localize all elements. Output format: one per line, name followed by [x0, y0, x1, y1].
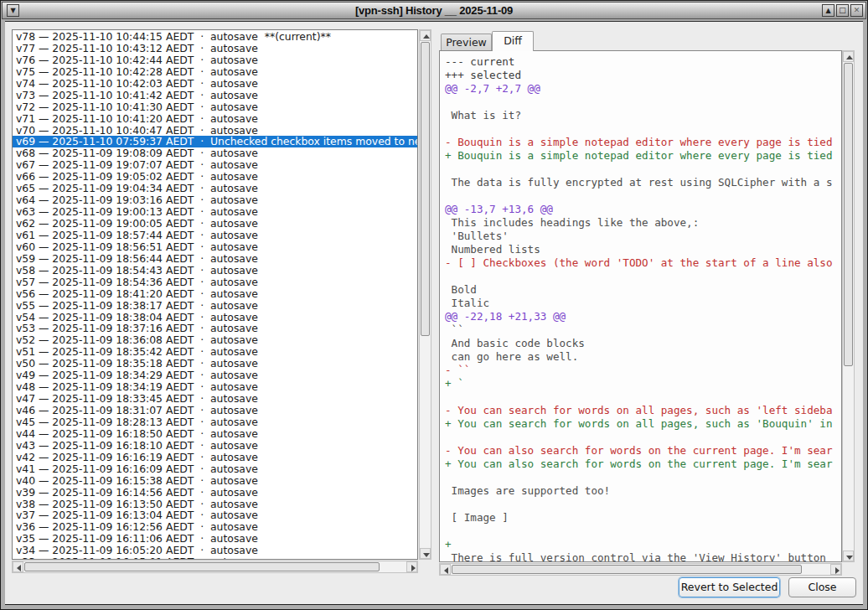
version-list-vertical-scrollbar[interactable]: [419, 29, 431, 560]
version-list[interactable]: v78 — 2025-11-10 10:44:15 AEDT · autosav…: [12, 29, 418, 560]
list-item[interactable]: v57 — 2025-11-09 18:54:36 AEDT · autosav…: [13, 277, 417, 288]
diff-line: And basic code blocks: [445, 337, 841, 350]
list-item[interactable]: v38 — 2025-11-09 16:13:50 AEDT · autosav…: [13, 499, 417, 510]
titlebar[interactable]: ▼ [vpn-ssh] History __ 2025-11-09 ▲ □ ✕: [2, 2, 866, 19]
arrow-right-icon: [835, 567, 840, 574]
shade-button[interactable]: ▲: [822, 4, 834, 17]
diff-vertical-scrollbar[interactable]: [842, 50, 855, 562]
list-item[interactable]: v72 — 2025-11-10 10:41:30 AEDT · autosav…: [13, 101, 417, 113]
list-item[interactable]: v47 — 2025-11-09 18:33:45 AEDT · autosav…: [13, 393, 417, 405]
scrollbar-thumb[interactable]: [844, 63, 853, 366]
diff-line: +: [445, 538, 841, 551]
list-item[interactable]: v45 — 2025-11-09 18:28:13 AEDT · autosav…: [13, 416, 417, 428]
diff-line: [445, 163, 841, 176]
diff-horizontal-scrollbar[interactable]: [439, 563, 842, 576]
diff-line: @@ -13,7 +13,6 @@: [445, 203, 841, 216]
version-list-horizontal-scrollbar[interactable]: [12, 561, 418, 573]
revert-to-selected-button[interactable]: Revert to Selected: [679, 577, 780, 597]
list-item[interactable]: v35 — 2025-11-09 16:11:06 AEDT · autosav…: [13, 533, 417, 545]
list-item[interactable]: v48 — 2025-11-09 18:34:19 AEDT · autosav…: [13, 381, 417, 393]
scroll-down-button[interactable]: [843, 551, 854, 561]
scrollbar-thumb[interactable]: [421, 42, 430, 336]
diff-line: + You can also search for words on the c…: [445, 458, 841, 471]
scrollbar-thumb[interactable]: [452, 565, 802, 574]
diff-line: [445, 270, 841, 283]
list-item[interactable]: v66 — 2025-11-09 19:05:02 AEDT · autosav…: [13, 171, 417, 183]
diff-line: [445, 498, 841, 511]
diff-line: ``: [445, 323, 841, 337]
window-menu-button[interactable]: ▼: [7, 4, 19, 17]
diff-line: @@ -22,18 +21,33 @@: [445, 310, 841, 323]
list-item[interactable]: v71 — 2025-11-10 10:41:20 AEDT · autosav…: [13, 113, 417, 125]
diff-line: There is full version control via the 'V…: [445, 551, 841, 562]
list-item[interactable]: v42 — 2025-11-09 16:16:19 AEDT · autosav…: [13, 452, 417, 463]
arrow-up-icon: [846, 55, 853, 59]
scroll-right-button[interactable]: [830, 564, 841, 575]
scroll-left-button[interactable]: [13, 561, 23, 572]
list-item[interactable]: v51 — 2025-11-09 18:35:42 AEDT · autosav…: [13, 346, 417, 358]
arrow-left-icon: [17, 565, 21, 571]
tab-preview[interactable]: Preview: [441, 34, 492, 51]
diff-line: Images are supported too!: [445, 484, 841, 498]
list-item[interactable]: v60 — 2025-11-09 18:56:51 AEDT · autosav…: [13, 241, 417, 253]
list-item[interactable]: v43 — 2025-11-09 16:18:10 AEDT · autosav…: [13, 440, 417, 452]
list-item[interactable]: v52 — 2025-11-09 18:36:08 AEDT · autosav…: [13, 334, 417, 346]
list-item[interactable]: v49 — 2025-11-09 18:34:29 AEDT · autosav…: [13, 370, 417, 381]
window-title: [vpn-ssh] History __ 2025-11-09: [3, 3, 865, 18]
list-item[interactable]: v39 — 2025-11-09 16:14:56 AEDT · autosav…: [13, 487, 417, 499]
list-item[interactable]: v54 — 2025-11-09 18:38:04 AEDT · autosav…: [13, 312, 417, 323]
diff-line: [445, 431, 841, 444]
list-item[interactable]: v74 — 2025-11-10 10:42:03 AEDT · autosav…: [13, 78, 417, 90]
maximize-button[interactable]: □: [836, 4, 849, 17]
arrow-down-icon: [846, 556, 853, 560]
list-item[interactable]: v63 — 2025-11-09 19:00:13 AEDT · autosav…: [13, 206, 417, 218]
diff-line: This includes headings like the above,:: [445, 216, 841, 230]
list-item[interactable]: v77 — 2025-11-10 10:43:12 AEDT · autosav…: [13, 43, 417, 54]
close-button[interactable]: Close: [788, 577, 856, 597]
list-item[interactable]: v67 — 2025-11-09 19:07:07 AEDT · autosav…: [13, 159, 417, 171]
diff-line: [445, 96, 841, 109]
list-item[interactable]: v70 — 2025-11-10 10:40:47 AEDT · autosav…: [13, 125, 417, 137]
list-item[interactable]: v58 — 2025-11-09 18:54:43 AEDT · autosav…: [13, 265, 417, 277]
diff-line: [445, 525, 841, 538]
scroll-up-button[interactable]: [843, 51, 854, 62]
list-item[interactable]: v33 — 2025-11-09 16:05:01 AEDT · autosav…: [13, 556, 417, 560]
diff-line: --- current: [445, 55, 841, 69]
diff-line: - Bouquin is a simple notepad editor whe…: [445, 136, 841, 149]
diff-line: Numbered lists: [445, 243, 841, 256]
diff-line: +++ selected: [445, 69, 841, 82]
list-item[interactable]: v59 — 2025-11-09 18:56:44 AEDT · autosav…: [13, 253, 417, 265]
list-item[interactable]: v34 — 2025-11-09 16:05:20 AEDT · autosav…: [13, 545, 417, 556]
diff-line: @@ -2,7 +2,7 @@: [445, 82, 841, 96]
list-item[interactable]: v75 — 2025-11-10 10:42:28 AEDT · autosav…: [13, 66, 417, 78]
list-item[interactable]: v78 — 2025-11-10 10:44:15 AEDT · autosav…: [13, 31, 417, 43]
scroll-right-button[interactable]: [406, 561, 417, 572]
list-item[interactable]: v41 — 2025-11-09 16:16:09 AEDT · autosav…: [13, 463, 417, 475]
list-item[interactable]: v61 — 2025-11-09 18:57:44 AEDT · autosav…: [13, 230, 417, 241]
list-item[interactable]: v37 — 2025-11-09 16:13:04 AEDT · autosav…: [13, 509, 417, 521]
list-item[interactable]: v73 — 2025-11-10 10:41:42 AEDT · autosav…: [13, 90, 417, 101]
list-item[interactable]: v65 — 2025-11-09 19:04:34 AEDT · autosav…: [13, 183, 417, 194]
list-item[interactable]: v56 — 2025-11-09 18:41:20 AEDT · autosav…: [13, 288, 417, 300]
scroll-up-button[interactable]: [420, 30, 431, 41]
list-item[interactable]: v76 — 2025-11-10 10:42:44 AEDT · autosav…: [13, 54, 417, 66]
list-item[interactable]: v53 — 2025-11-09 18:37:16 AEDT · autosav…: [13, 323, 417, 334]
diff-line: - [ ] Checkboxes (the word 'TODO' at the…: [445, 256, 841, 270]
list-item[interactable]: v40 — 2025-11-09 16:15:38 AEDT · autosav…: [13, 475, 417, 487]
list-item[interactable]: v50 — 2025-11-09 18:35:18 AEDT · autosav…: [13, 358, 417, 370]
list-item[interactable]: v62 — 2025-11-09 19:00:05 AEDT · autosav…: [13, 218, 417, 230]
list-item[interactable]: v44 — 2025-11-09 16:18:50 AEDT · autosav…: [13, 428, 417, 440]
list-item[interactable]: v55 — 2025-11-09 18:38:17 AEDT · autosav…: [13, 300, 417, 312]
scroll-left-button[interactable]: [440, 564, 451, 575]
close-window-button[interactable]: ✕: [850, 4, 863, 17]
scroll-down-button[interactable]: [420, 548, 431, 559]
list-item[interactable]: v64 — 2025-11-09 19:03:16 AEDT · autosav…: [13, 194, 417, 206]
scrollbar-thumb[interactable]: [24, 562, 380, 571]
diff-text[interactable]: --- current+++ selected@@ -2,7 +2,7 @@ W…: [439, 50, 842, 562]
list-item[interactable]: v46 — 2025-11-09 18:31:07 AEDT · autosav…: [13, 405, 417, 416]
diff-line: - ``: [445, 364, 841, 377]
tab-diff[interactable]: Diff: [492, 31, 534, 51]
list-item[interactable]: v69 — 2025-11-10 07:59:37 AEDT · Uncheck…: [13, 136, 417, 147]
list-item[interactable]: v36 — 2025-11-09 16:12:56 AEDT · autosav…: [13, 521, 417, 533]
list-item[interactable]: v68 — 2025-11-09 19:08:09 AEDT · autosav…: [13, 147, 417, 159]
